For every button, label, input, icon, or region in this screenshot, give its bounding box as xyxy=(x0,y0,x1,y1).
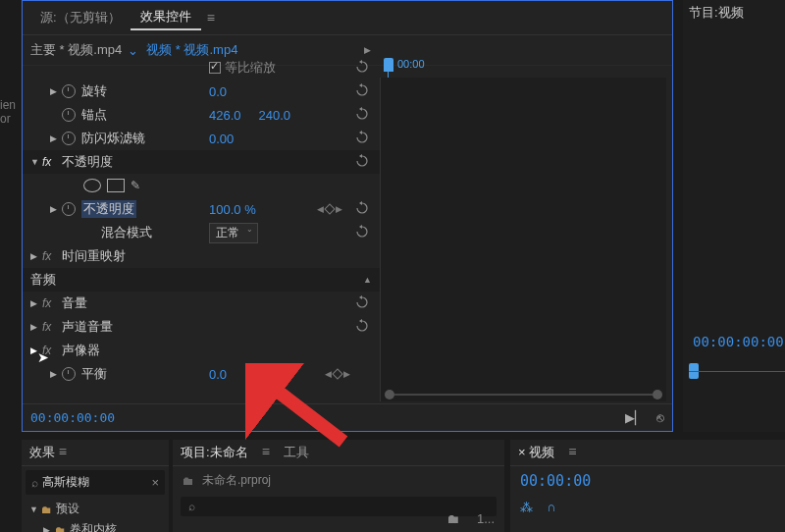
rotation-row: ▶ 旋转 0.0 xyxy=(23,80,380,103)
scroll-thumb-right[interactable] xyxy=(653,390,662,399)
blend-mode-select[interactable]: 正常 ⌄ xyxy=(209,223,258,243)
tab-program[interactable]: 节目:视频 xyxy=(683,0,785,26)
keyframe-nav[interactable]: ◀ ▶ xyxy=(317,204,342,214)
effects-search-row: ⌕ 高斯模糊 × xyxy=(26,470,165,495)
lumetri-folder[interactable]: ▶ 🖿 卷和内核 xyxy=(22,519,169,532)
opacity-value-row: ▶ 不透明度 100.0 % ◀ ▶ xyxy=(23,197,380,221)
stopwatch-icon[interactable] xyxy=(62,84,76,98)
tab-effect-controls[interactable]: 效果控件 xyxy=(131,5,201,30)
pen-mask-icon[interactable]: ✎ xyxy=(131,179,140,192)
fx-icon[interactable]: fx xyxy=(42,155,56,169)
presets-folder[interactable]: ▼ 🖿 预设 xyxy=(22,499,169,519)
keyframe-nav[interactable]: ◀ ▶ xyxy=(325,369,350,379)
chevron-right-icon[interactable]: ▶ xyxy=(30,322,42,332)
anchor-row: ▶ 锚点 426.0 240.0 xyxy=(23,103,380,127)
panner-label: 声像器 xyxy=(62,342,100,359)
anchor-label: 锚点 xyxy=(81,106,107,124)
new-bin-icon[interactable]: 🖿 xyxy=(446,511,459,526)
chevron-down-icon[interactable]: ▼ xyxy=(30,157,42,167)
effect-controls-panel: 源:（无剪辑） 效果控件 ≡ 主要 * 视频.mp4 ⌄ 视频 * 视频.mp4… xyxy=(22,0,673,432)
program-ruler[interactable] xyxy=(689,363,785,383)
chevron-down-icon[interactable]: ▶ xyxy=(30,346,42,355)
antiflicker-value[interactable]: 0.00 xyxy=(209,132,234,146)
panel-menu-icon[interactable]: ≡ xyxy=(568,444,576,461)
reset-icon[interactable] xyxy=(354,153,372,171)
opacity-value[interactable]: 100.0 % xyxy=(209,202,256,217)
anchor-y-value[interactable]: 240.0 xyxy=(259,108,291,123)
reset-icon[interactable] xyxy=(354,82,372,100)
project-search-input[interactable] xyxy=(199,499,489,514)
rotation-value[interactable]: 0.0 xyxy=(209,84,227,99)
ellipse-mask-icon[interactable] xyxy=(83,179,101,192)
clear-icon[interactable]: × xyxy=(151,475,159,490)
uniform-scale-label: 等比缩放 xyxy=(225,59,276,77)
chevron-right-icon[interactable]: ▶ xyxy=(43,525,55,533)
uniform-scale-row: 等比缩放 xyxy=(23,56,380,80)
opacity-section-row: ▼ fx 不透明度 xyxy=(23,150,380,174)
anchor-x-value[interactable]: 426.0 xyxy=(209,108,241,123)
play-icon[interactable]: ▶▏ xyxy=(625,410,645,425)
stopwatch-icon[interactable] xyxy=(62,132,76,145)
tab-tools[interactable]: 工具 xyxy=(284,444,309,461)
program-timecode[interactable]: 00:00:00:00 xyxy=(693,334,784,349)
reset-icon[interactable] xyxy=(354,294,372,312)
antiflicker-row: ▶ 防闪烁滤镜 0.00 xyxy=(23,127,380,150)
sequence-timecode[interactable]: 00:00:00 xyxy=(510,466,785,496)
reset-icon[interactable] xyxy=(354,106,372,124)
reset-icon[interactable] xyxy=(354,130,372,147)
reset-icon[interactable] xyxy=(354,200,372,218)
stopwatch-icon[interactable] xyxy=(62,202,76,216)
keyframe-diamond-icon[interactable] xyxy=(332,368,342,379)
chevron-right-icon[interactable]: ▶ xyxy=(50,369,62,379)
snap-icon[interactable]: ⁂ xyxy=(520,500,533,514)
tab-effects[interactable]: 效果 xyxy=(29,445,55,459)
scroll-thumb-left[interactable] xyxy=(385,390,394,399)
tab-sequence[interactable]: × 视频 xyxy=(518,444,554,461)
stopwatch-icon[interactable] xyxy=(62,367,76,381)
magnet-icon[interactable]: ∩ xyxy=(547,500,555,514)
program-monitor-panel: 节目:视频 00:00:00:00 xyxy=(683,0,785,432)
effects-search-input[interactable]: 高斯模糊 xyxy=(42,474,151,491)
panel-menu-icon[interactable]: ≡ xyxy=(262,444,270,461)
fx-icon[interactable]: fx xyxy=(42,249,56,263)
fx-icon[interactable]: fx xyxy=(42,344,56,357)
rect-mask-icon[interactable] xyxy=(107,179,125,192)
reset-icon[interactable] xyxy=(354,224,372,241)
balance-value[interactable]: 0.0 xyxy=(209,367,227,382)
chevron-right-icon[interactable]: ▶ xyxy=(50,133,62,143)
timeremap-label: 时间重映射 xyxy=(62,247,126,265)
chevron-right-icon[interactable]: ▶ xyxy=(30,251,42,261)
blend-mode-row: 混合模式 正常 ⌄ xyxy=(23,221,380,244)
tab-project[interactable]: 项目:未命名 xyxy=(181,444,248,461)
blend-label: 混合模式 xyxy=(101,224,152,241)
tab-source[interactable]: 源:（无剪辑） xyxy=(30,6,131,29)
uniform-scale-checkbox[interactable] xyxy=(209,62,221,74)
chevron-down-icon[interactable]: ▼ xyxy=(29,505,41,514)
reset-icon[interactable] xyxy=(354,318,372,336)
item-count: 1... xyxy=(477,511,495,526)
playhead-handle[interactable] xyxy=(384,58,393,72)
chevron-right-icon[interactable]: ▶ xyxy=(50,204,62,214)
bin-icon: 🖿 xyxy=(183,474,194,488)
panel-menu-icon[interactable]: ≡ xyxy=(207,10,215,26)
effect-timeline[interactable] xyxy=(380,78,666,401)
rotation-label: 旋转 xyxy=(81,82,107,100)
volume-label: 音量 xyxy=(62,294,87,312)
project-filename: 未命名.prproj xyxy=(202,472,271,489)
collapse-icon[interactable]: ▲ xyxy=(363,275,372,285)
fx-icon[interactable]: fx xyxy=(42,320,56,334)
reset-icon[interactable] xyxy=(354,59,372,77)
antiflicker-label: 防闪烁滤镜 xyxy=(81,130,145,147)
footer-timecode[interactable]: 00:00:00:00 xyxy=(30,410,115,425)
timeline-scrollbar[interactable] xyxy=(385,392,662,398)
fx-icon[interactable]: fx xyxy=(42,296,56,310)
panel-menu-icon[interactable]: ≡ xyxy=(59,444,67,459)
export-icon[interactable]: ⎋ xyxy=(656,410,664,425)
audio-section-row: 音频 ▲ xyxy=(23,268,380,292)
stopwatch-icon[interactable] xyxy=(62,108,76,122)
chevron-right-icon[interactable]: ▶ xyxy=(30,298,42,308)
chevron-right-icon[interactable]: ▶ xyxy=(50,86,62,96)
keyframe-diamond-icon[interactable] xyxy=(324,203,335,214)
audio-section-label: 音频 xyxy=(30,271,56,289)
folder-icon: 🖿 xyxy=(55,524,66,533)
